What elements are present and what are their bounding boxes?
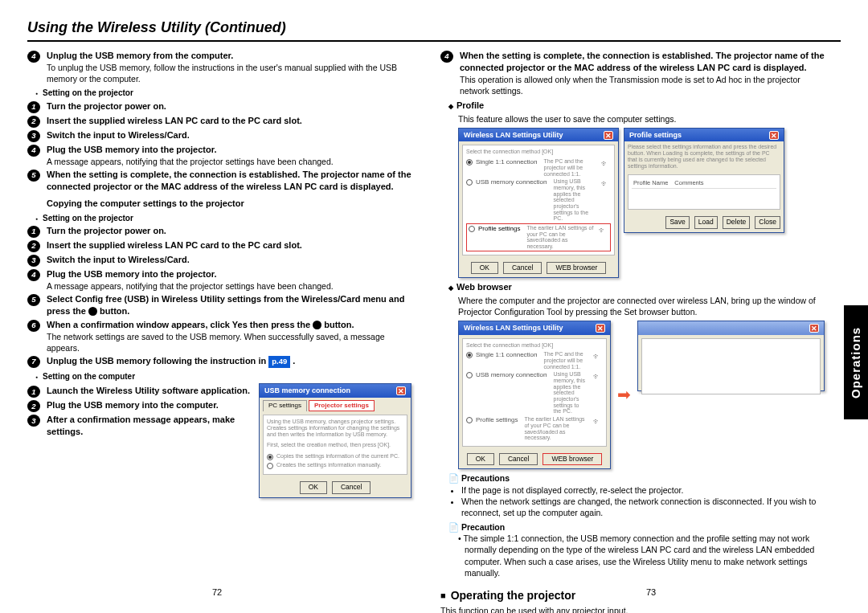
c-step4-icon: 4: [27, 269, 40, 281]
wlan-opt1: Single 1:1 connection: [476, 158, 538, 167]
antenna-icon: ᯤ: [600, 178, 611, 190]
antenna-icon: ᯤ: [592, 351, 603, 362]
radio-icon[interactable]: [466, 372, 473, 378]
web-browser-button[interactable]: WEB browser: [547, 262, 606, 274]
page-title: Using the Wireless Utility (Continued): [27, 18, 841, 42]
c-step7: Unplug the USB memory following the inst…: [47, 355, 411, 368]
close-icon[interactable]: ✕: [396, 386, 406, 395]
c-step6: When a confirmation window appears, clic…: [47, 319, 411, 331]
wlan-settings-dialog-2: Wireless LAN Settings Utility✕ Select th…: [458, 321, 611, 469]
copy-settings-title: Copying the computer settings to the pro…: [47, 198, 411, 210]
close-icon[interactable]: ✕: [604, 131, 613, 140]
c-step3: Switch the input to Wireless/Card.: [47, 254, 411, 267]
r-step4: When the setting is complete, the connec…: [460, 50, 825, 74]
usb-opt1: Copies the settings information of the c…: [276, 453, 399, 460]
enter-button-icon-2: [313, 321, 321, 329]
web-browser-heading: Web browser: [448, 281, 825, 293]
close-icon[interactable]: ✕: [769, 131, 779, 140]
profile-desc: Please select the settings information a…: [624, 141, 784, 171]
r-step4-icon: 4: [440, 51, 453, 63]
antenna-icon: ᯤ: [592, 416, 603, 427]
step-num-1-icon: 1: [27, 101, 40, 113]
radio-icon[interactable]: [466, 179, 473, 186]
r-step4-body: This operation is allowed only when the …: [460, 74, 825, 96]
c-step1: Turn the projector power on.: [47, 225, 411, 238]
tab-pc-settings[interactable]: PC settings: [263, 400, 307, 412]
setting-projector-label-2: Setting on the projector: [35, 213, 411, 224]
c-step7-icon: 7: [27, 356, 40, 368]
page-number-right: 73: [646, 586, 656, 599]
col-comments: Comments: [674, 179, 703, 187]
cancel-button[interactable]: Cancel: [499, 453, 538, 465]
ok-button[interactable]: OK: [467, 453, 494, 465]
step-num-3-icon: 3: [27, 130, 40, 142]
precaution-2: When the network settings are changed, t…: [461, 496, 825, 518]
c-step6-icon: 6: [27, 320, 40, 332]
col-profile-name: Profile Name: [633, 179, 668, 187]
profile-dlg-title: Profile settings: [629, 130, 682, 140]
wlan-settings-dialog: Wireless LAN Settings Utility✕ Select th…: [458, 128, 619, 278]
proj-step4-body: A message appears, notifying that the pr…: [47, 156, 411, 167]
c-step4: Plug the USB memory into the projector.: [47, 268, 411, 280]
c-step1-icon: 1: [27, 226, 40, 238]
close-icon[interactable]: ✕: [809, 324, 819, 333]
c-step4-body: A message appears, notifying that the pr…: [47, 280, 411, 292]
step4-body: To unplug the USB memory, follow the ins…: [47, 62, 411, 84]
proj-step5: When the setting is complete, the connec…: [47, 169, 411, 193]
page-49-link[interactable]: p.49: [268, 356, 290, 368]
pc-step2-icon: 2: [27, 400, 40, 412]
usb-memory-dialog: USB memory connection ✕ PC settings Proj…: [259, 383, 411, 497]
wlan-opt2: USB memory connection: [476, 178, 547, 187]
antenna-icon: ᯤ: [597, 225, 608, 236]
web-browser-button[interactable]: WEB browser: [542, 453, 602, 465]
section-tab-operations: Operations: [844, 305, 868, 419]
pc-step1: Launch the Wireless Utility software app…: [47, 385, 254, 398]
profile-heading: Profile: [448, 100, 825, 112]
arrow-right-icon: ➡: [617, 384, 631, 406]
setting-projector-label: Setting on the projector: [35, 88, 411, 99]
wlan-title: Wireless LAN Settings Utility: [464, 130, 563, 140]
radio-icon[interactable]: [466, 352, 473, 358]
profile-settings-dialog: Profile settings✕ Please select the sett…: [624, 128, 784, 232]
profile-body: This feature allows the user to save the…: [458, 113, 825, 125]
ok-button[interactable]: OK: [300, 481, 327, 493]
browser-window: ✕: [637, 321, 825, 391]
c-step2-icon: 2: [27, 240, 40, 252]
proj-step2: Insert the supplied wireless LAN PC card…: [47, 115, 411, 128]
c-step2: Insert the supplied wireless LAN PC card…: [47, 239, 411, 252]
cancel-button[interactable]: Cancel: [332, 481, 371, 493]
close-button[interactable]: Close: [755, 216, 780, 228]
right-column: 4 When the setting is complete, the conn…: [440, 48, 841, 587]
close-icon[interactable]: ✕: [596, 324, 605, 333]
proj-step3: Switch the input to Wireless/Card.: [47, 129, 411, 142]
pc-step2: Plug the USB memory into the computer.: [47, 399, 254, 412]
enter-button-icon: [88, 307, 97, 316]
wlan-opt3: Profile settings: [478, 225, 520, 234]
radio-icon[interactable]: [466, 159, 473, 166]
precaution-1: If the page is not displayed correctly, …: [461, 484, 825, 496]
ok-button[interactable]: OK: [471, 262, 498, 274]
antenna-icon: ᯤ: [592, 371, 603, 382]
pc-step3: After a confirmation message appears, ma…: [47, 414, 254, 438]
precaution-single-text: The simple 1:1 connection, the USB memor…: [465, 533, 825, 578]
left-column: 4 Unplug the USB memory from the compute…: [27, 48, 411, 587]
usb-dialog-title: USB memory connection: [264, 386, 350, 395]
pc-step1-icon: 1: [27, 386, 40, 398]
pc-step3-icon: 3: [27, 415, 40, 427]
tab-projector-settings[interactable]: Projector settings: [309, 400, 375, 412]
radio-icon[interactable]: [267, 463, 273, 469]
antenna-icon: ᯤ: [600, 158, 611, 170]
load-button[interactable]: Load: [694, 216, 718, 228]
radio-icon[interactable]: [469, 226, 475, 232]
c-step6-body: The network settings are saved to the US…: [47, 331, 411, 353]
delete-button[interactable]: Delete: [723, 216, 751, 228]
radio-icon[interactable]: [267, 454, 273, 460]
precautions-heading: 📄 Precautions: [448, 472, 825, 484]
radio-icon[interactable]: [466, 417, 473, 423]
cancel-button[interactable]: Cancel: [503, 262, 542, 274]
save-button[interactable]: Save: [665, 216, 689, 228]
proj-step1: Turn the projector power on.: [47, 100, 411, 113]
web-browser-body: Where the computer and the projector are…: [458, 295, 825, 317]
usb-dialog-desc1: Using the USB memory, changes projector …: [267, 419, 403, 437]
step4-title: Unplug the USB memory from the computer.: [47, 50, 411, 62]
